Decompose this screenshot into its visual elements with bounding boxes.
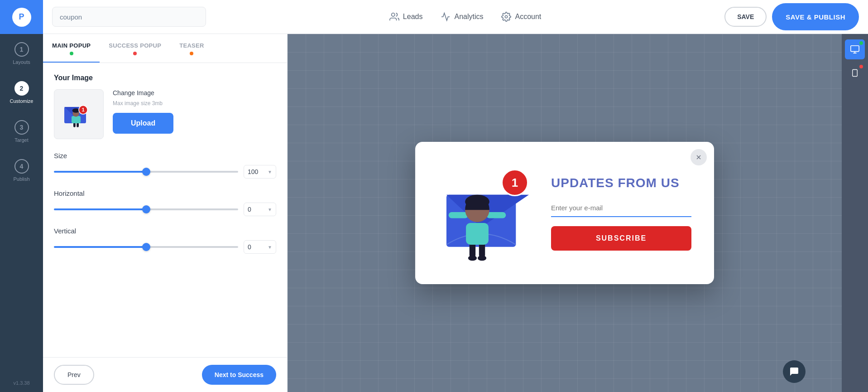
sidebar-item-layouts[interactable]: 1 Layouts	[0, 34, 43, 73]
popup-title: UPDATES FROM US	[551, 175, 691, 191]
nav-account[interactable]: Account	[501, 12, 541, 22]
horizontal-slider[interactable]	[54, 208, 238, 210]
sidebar-item-publish[interactable]: 4 Publish	[0, 151, 43, 190]
vertical-value-num: 0	[248, 243, 251, 251]
horizontal-value-num: 0	[248, 206, 251, 213]
close-icon	[695, 154, 702, 161]
vertical-slider[interactable]	[54, 246, 238, 248]
size-value: 100 ▼	[244, 165, 276, 179]
tab-success-popup-dot	[133, 52, 137, 55]
tabs: MAIN POPUP SUCCESS POPUP TEASER	[43, 34, 287, 63]
vertical-slider-row: 0 ▼	[54, 240, 276, 254]
svg-rect-20	[486, 212, 506, 218]
tab-success-popup[interactable]: SUCCESS POPUP	[100, 34, 170, 63]
desktop-device-button[interactable]	[845, 39, 865, 59]
canvas-area: 1 UPDATES FROM US SUBSCRIBE	[288, 34, 842, 392]
svg-point-1	[505, 15, 508, 18]
tab-teaser[interactable]: TEASER	[170, 34, 213, 63]
svg-rect-6	[72, 116, 81, 123]
step-number-4: 4	[14, 159, 29, 174]
svg-rect-26	[853, 70, 858, 77]
topbar-actions: SAVE SAVE & PUBLISH	[724, 3, 859, 30]
svg-rect-18	[466, 223, 489, 245]
sidebar-item-customize[interactable]: 2 Customize	[0, 73, 43, 112]
horizontal-slider-row: 0 ▼	[54, 203, 276, 216]
step-number-2: 2	[14, 81, 29, 96]
save-publish-button[interactable]: SAVE & PUBLISH	[772, 3, 859, 30]
step-number-3: 3	[14, 120, 29, 135]
nav-leads-label: Leads	[403, 13, 423, 21]
save-button[interactable]: SAVE	[724, 7, 767, 27]
search-input[interactable]	[52, 7, 206, 27]
tab-teaser-label: TEASER	[179, 42, 204, 49]
step-number-1: 1	[14, 42, 29, 57]
popup-modal: 1 UPDATES FROM US SUBSCRIBE	[415, 142, 714, 284]
prev-button[interactable]: Prev	[54, 365, 94, 385]
tab-main-popup-label: MAIN POPUP	[52, 42, 91, 49]
sidebar-label-layouts: Layouts	[13, 59, 30, 65]
svg-point-0	[391, 13, 394, 16]
topbar-nav: Leads Analytics Account	[215, 12, 715, 22]
analytics-icon	[441, 12, 451, 22]
sidebar-item-target[interactable]: 3 Target	[0, 112, 43, 151]
left-panel: MAIN POPUP SUCCESS POPUP TEASER Your Ima…	[43, 34, 288, 392]
popup-email-input[interactable]	[551, 199, 691, 217]
tab-teaser-dot	[190, 52, 193, 55]
nav-account-label: Account	[515, 13, 541, 21]
desktop-status-dot	[859, 41, 863, 45]
svg-rect-23	[851, 46, 859, 52]
desktop-icon	[850, 44, 860, 54]
preview-image-icon: 1	[61, 96, 97, 132]
topbar: Leads Analytics Account SAVE SAVE & PUBL…	[43, 0, 868, 34]
svg-point-16	[468, 256, 477, 261]
svg-point-8	[72, 108, 80, 113]
tab-success-popup-label: SUCCESS POPUP	[109, 42, 161, 49]
nav-analytics[interactable]: Analytics	[441, 12, 483, 22]
upload-button[interactable]: Upload	[113, 113, 173, 134]
gear-icon	[501, 12, 511, 22]
sidebar-label-publish: Publish	[13, 176, 29, 182]
image-upload-area: Change Image Max image size 3mb Upload	[113, 89, 173, 134]
nav-analytics-label: Analytics	[454, 13, 483, 21]
main-container: Leads Analytics Account SAVE SAVE & PUBL…	[43, 0, 868, 392]
popup-close-button[interactable]	[691, 149, 707, 165]
mobile-device-button[interactable]	[845, 63, 865, 83]
chat-icon	[789, 366, 800, 377]
nav-leads[interactable]: Leads	[389, 12, 423, 22]
sidebar: P 1 Layouts 2 Customize 3 Target 4 Publi…	[0, 0, 43, 392]
image-preview: 1	[54, 89, 104, 139]
notification-number: 1	[512, 176, 518, 190]
mobile-icon	[851, 68, 859, 78]
size-slider-row: 100 ▼	[54, 165, 276, 179]
size-value-num: 100	[248, 168, 258, 175]
tab-main-popup-dot	[70, 52, 73, 55]
logo-icon: P	[12, 8, 31, 27]
sidebar-logo[interactable]: P	[0, 0, 43, 34]
vertical-label: Vertical	[54, 227, 276, 235]
app-version: v1.3.38	[13, 380, 29, 392]
horizontal-label: Horizontal	[54, 189, 276, 197]
next-button[interactable]: Next to Success	[202, 365, 276, 385]
content-area: MAIN POPUP SUCCESS POPUP TEASER Your Ima…	[43, 34, 868, 392]
change-image-label: Change Image	[113, 89, 173, 97]
sidebar-label-customize: Customize	[10, 98, 34, 104]
svg-point-17	[478, 256, 486, 261]
vertical-chevron-icon: ▼	[268, 245, 272, 250]
max-size-label: Max image size 3mb	[113, 100, 173, 106]
subscribe-button[interactable]: SUBSCRIBE	[551, 226, 691, 251]
svg-rect-19	[449, 212, 468, 218]
horizontal-section: Horizontal 0 ▼	[54, 189, 276, 216]
tab-main-popup[interactable]: MAIN POPUP	[43, 34, 100, 63]
panel-content: Your Image	[43, 63, 287, 357]
size-section: Size 100 ▼	[54, 152, 276, 179]
popup-image-container: 1	[438, 160, 537, 266]
leads-icon	[389, 12, 399, 22]
image-section-title: Your Image	[54, 74, 276, 82]
horizontal-chevron-icon: ▼	[268, 207, 272, 212]
vertical-section: Vertical 0 ▼	[54, 227, 276, 254]
mobile-status-dot	[859, 65, 863, 68]
vertical-value: 0 ▼	[244, 240, 276, 254]
size-slider[interactable]	[54, 171, 238, 173]
chat-widget[interactable]	[783, 360, 806, 383]
panel-footer: Prev Next to Success	[43, 357, 287, 392]
